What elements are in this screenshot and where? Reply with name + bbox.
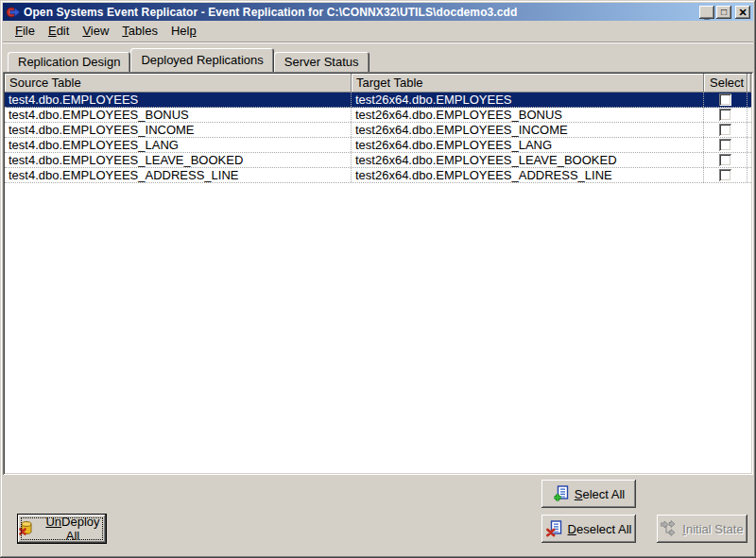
row-checkbox[interactable]: [719, 169, 731, 181]
source-table-cell[interactable]: test4.dbo.EMPLOYEES_ADDRESS_LINE: [5, 168, 352, 182]
row-checkbox[interactable]: [719, 139, 731, 151]
menu-edit[interactable]: Edit: [42, 21, 76, 42]
select-cell: [704, 138, 747, 152]
replicator-app-icon[interactable]: [6, 5, 21, 20]
target-table-cell[interactable]: test26x64.dbo.EMPLOYEES_LEAVE_BOOKED: [352, 153, 704, 167]
deselect-all-label: Deselect All: [568, 522, 632, 536]
target-table-cell[interactable]: test26x64.dbo.EMPLOYEES: [352, 93, 704, 107]
select-cell: [704, 153, 747, 167]
undeploy-all-button[interactable]: UnDeploy All: [18, 515, 106, 543]
row-checkbox[interactable]: [719, 124, 731, 136]
tab-strip: Replication Design Deployed Replications…: [8, 48, 753, 72]
select-cell: [704, 123, 747, 137]
minimize-button[interactable]: _: [699, 6, 714, 19]
table-row[interactable]: test4.dbo.EMPLOYEES_LANGtest26x64.dbo.EM…: [5, 138, 751, 153]
tab-replication-design[interactable]: Replication Design: [8, 52, 130, 72]
tab-server-status[interactable]: Server Status: [274, 52, 369, 72]
app-window: Open Systems Event Replicator - Event Re…: [0, 0, 756, 558]
select-all-label: Select All: [575, 487, 625, 501]
row-checkbox[interactable]: [719, 109, 731, 121]
tab-deployed-replications[interactable]: Deployed Replications: [130, 48, 273, 72]
database-remove-icon: [18, 520, 35, 537]
menu-bar: File Edit View Tables Help: [3, 21, 753, 42]
menu-view[interactable]: View: [76, 21, 115, 42]
list-remove-icon: [546, 520, 563, 537]
menu-separator: [3, 42, 753, 43]
menu-help[interactable]: Help: [164, 21, 203, 42]
column-header-filler: [747, 74, 751, 93]
table-row[interactable]: test4.dbo.EMPLOYEEStest26x64.dbo.EMPLOYE…: [5, 93, 751, 108]
source-table-cell[interactable]: test4.dbo.EMPLOYEES_LEAVE_BOOKED: [5, 153, 352, 167]
source-table-cell[interactable]: test4.dbo.EMPLOYEES_LANG: [5, 138, 352, 152]
close-button[interactable]: ✕: [735, 6, 750, 19]
table-row[interactable]: test4.dbo.EMPLOYEES_ADDRESS_LINEtest26x6…: [5, 168, 751, 183]
select-cell: [704, 93, 747, 107]
target-table-cell[interactable]: test26x64.dbo.EMPLOYEES_ADDRESS_LINE: [352, 168, 704, 182]
row-checkbox[interactable]: [719, 154, 731, 166]
column-header-target-table[interactable]: Target Table: [352, 74, 704, 93]
title-bar[interactable]: Open Systems Event Replicator - Event Re…: [3, 3, 753, 21]
initial-state-label: Initial State: [682, 522, 743, 536]
column-header-select[interactable]: Select: [704, 74, 747, 93]
list-add-icon: [553, 485, 570, 502]
table-row[interactable]: test4.dbo.EMPLOYEES_INCOMEtest26x64.dbo.…: [5, 123, 751, 138]
menu-tables[interactable]: Tables: [115, 21, 164, 42]
menu-file[interactable]: File: [9, 21, 42, 42]
replication-table: Source Table Target Table Select test4.d…: [3, 72, 753, 475]
column-header-source-table[interactable]: Source Table: [5, 74, 352, 93]
initial-state-button[interactable]: Initial State: [657, 515, 747, 543]
undeploy-all-label: UnDeploy All: [40, 515, 106, 543]
table-body: test4.dbo.EMPLOYEEStest26x64.dbo.EMPLOYE…: [5, 93, 751, 183]
table-header: Source Table Target Table Select: [5, 74, 751, 93]
source-table-cell[interactable]: test4.dbo.EMPLOYEES_INCOME: [5, 123, 352, 137]
window-title: Open Systems Event Replicator - Event Re…: [24, 6, 697, 19]
table-row[interactable]: test4.dbo.EMPLOYEES_BONUStest26x64.dbo.E…: [5, 108, 751, 123]
source-table-cell[interactable]: test4.dbo.EMPLOYEES: [5, 93, 352, 107]
target-table-cell[interactable]: test26x64.dbo.EMPLOYEES_INCOME: [352, 123, 704, 137]
source-table-cell[interactable]: test4.dbo.EMPLOYEES_BONUS: [5, 108, 352, 122]
branch-arrows-icon: [661, 520, 678, 537]
select-cell: [704, 168, 747, 182]
row-checkbox[interactable]: [719, 93, 731, 106]
target-table-cell[interactable]: test26x64.dbo.EMPLOYEES_LANG: [352, 138, 704, 152]
select-all-button[interactable]: Select All: [541, 480, 636, 508]
target-table-cell[interactable]: test26x64.dbo.EMPLOYEES_BONUS: [352, 108, 704, 122]
select-cell: [704, 108, 747, 122]
table-row[interactable]: test4.dbo.EMPLOYEES_LEAVE_BOOKEDtest26x6…: [5, 153, 751, 168]
deselect-all-button[interactable]: Deselect All: [541, 515, 636, 543]
maximize-button[interactable]: □: [716, 6, 731, 19]
